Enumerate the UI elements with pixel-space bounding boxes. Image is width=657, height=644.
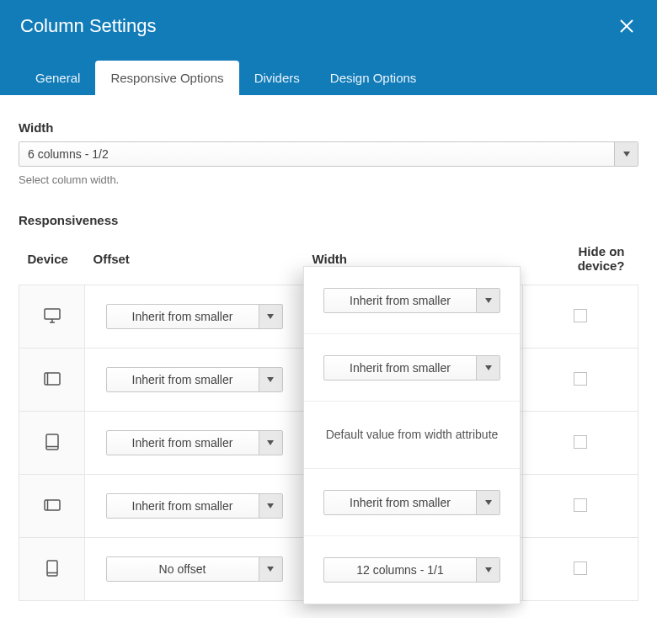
tabs: General Responsive Options Dividers Desi… bbox=[0, 37, 657, 95]
offset-select[interactable]: Inherit from smaller bbox=[106, 304, 283, 329]
width-select-value: 6 columns - 1/2 bbox=[19, 147, 614, 161]
width-row-select[interactable]: Inherit from smaller bbox=[323, 355, 500, 381]
phone-portrait-icon bbox=[46, 560, 58, 577]
width-row-select-value: Inherit from smaller bbox=[324, 496, 476, 509]
tab-dividers[interactable]: Dividers bbox=[239, 61, 315, 95]
width-column-overlay: Inherit from smaller Inherit from smalle… bbox=[303, 266, 521, 604]
chevron-down-icon bbox=[259, 431, 282, 455]
close-icon bbox=[618, 18, 635, 35]
svg-marker-12 bbox=[267, 440, 274, 445]
offset-select-value: Inherit from smaller bbox=[107, 310, 259, 323]
svg-marker-15 bbox=[267, 503, 274, 508]
width-row-default-text: Default value from width attribute bbox=[326, 426, 499, 443]
tablet-landscape-icon bbox=[44, 372, 61, 386]
dialog-title: Column Settings bbox=[20, 15, 156, 37]
svg-rect-16 bbox=[47, 561, 57, 576]
svg-marker-6 bbox=[267, 314, 274, 319]
svg-marker-22 bbox=[485, 567, 492, 572]
tab-design-options[interactable]: Design Options bbox=[315, 61, 432, 95]
phone-landscape-icon bbox=[44, 499, 61, 511]
hide-checkbox[interactable] bbox=[574, 309, 587, 322]
responsiveness-label: Responsiveness bbox=[19, 213, 638, 227]
svg-marker-21 bbox=[485, 500, 492, 505]
width-row-select-value: Inherit from smaller bbox=[324, 361, 476, 375]
width-label: Width bbox=[19, 120, 638, 135]
tab-general[interactable]: General bbox=[20, 61, 95, 95]
chevron-down-icon bbox=[259, 305, 282, 328]
width-helper-text: Select column width. bbox=[19, 173, 638, 186]
width-row-select[interactable]: Inherit from smaller bbox=[323, 288, 500, 313]
chevron-down-icon bbox=[259, 557, 282, 581]
hide-checkbox[interactable] bbox=[574, 498, 587, 512]
width-row-select[interactable]: 12 columns - 1/1 bbox=[323, 557, 500, 583]
offset-select[interactable]: Inherit from smaller bbox=[106, 367, 283, 392]
svg-marker-2 bbox=[623, 152, 630, 157]
chevron-down-icon bbox=[614, 142, 638, 166]
svg-rect-13 bbox=[45, 500, 60, 510]
hide-checkbox[interactable] bbox=[574, 372, 587, 386]
chevron-down-icon bbox=[259, 494, 282, 518]
close-button[interactable] bbox=[617, 16, 637, 36]
offset-select[interactable]: Inherit from smaller bbox=[106, 430, 283, 455]
tablet-portrait-icon bbox=[45, 434, 59, 450]
width-select[interactable]: 6 columns - 1/2 bbox=[19, 141, 638, 167]
col-header-offset: Offset bbox=[85, 237, 304, 285]
width-row-select[interactable]: Inherit from smaller bbox=[323, 490, 500, 515]
col-header-hide: Hide on device? bbox=[523, 237, 638, 285]
width-row-select-value: Inherit from smaller bbox=[324, 294, 476, 307]
desktop-icon bbox=[44, 308, 61, 323]
responsiveness-section: Device Offset Width Hide on device? I bbox=[19, 237, 638, 601]
chevron-down-icon bbox=[259, 368, 282, 391]
offset-select-value: Inherit from smaller bbox=[107, 373, 259, 386]
svg-rect-7 bbox=[45, 373, 60, 385]
hide-checkbox[interactable] bbox=[574, 562, 587, 575]
svg-marker-19 bbox=[485, 298, 492, 303]
offset-select-value: Inherit from smaller bbox=[107, 499, 259, 513]
offset-select-value: Inherit from smaller bbox=[107, 436, 259, 450]
chevron-down-icon bbox=[476, 558, 499, 582]
hide-checkbox[interactable] bbox=[574, 435, 587, 449]
chevron-down-icon bbox=[476, 289, 499, 312]
dialog-header: Column Settings General Responsive Optio… bbox=[0, 0, 657, 95]
dialog-body: Width 6 columns - 1/2 Select column widt… bbox=[0, 95, 657, 618]
chevron-down-icon bbox=[476, 491, 499, 514]
offset-select[interactable]: No offset bbox=[106, 556, 283, 582]
width-row-select-value: 12 columns - 1/1 bbox=[324, 563, 476, 577]
svg-rect-10 bbox=[46, 434, 58, 450]
chevron-down-icon bbox=[476, 356, 499, 380]
svg-marker-9 bbox=[267, 377, 274, 382]
tab-responsive-options[interactable]: Responsive Options bbox=[95, 61, 238, 95]
col-header-device: Device bbox=[19, 237, 85, 285]
titlebar: Column Settings bbox=[0, 0, 657, 37]
svg-marker-20 bbox=[485, 365, 492, 370]
svg-marker-18 bbox=[267, 567, 274, 572]
offset-select[interactable]: Inherit from smaller bbox=[106, 493, 283, 519]
offset-select-value: No offset bbox=[107, 562, 259, 576]
svg-rect-3 bbox=[45, 309, 60, 319]
